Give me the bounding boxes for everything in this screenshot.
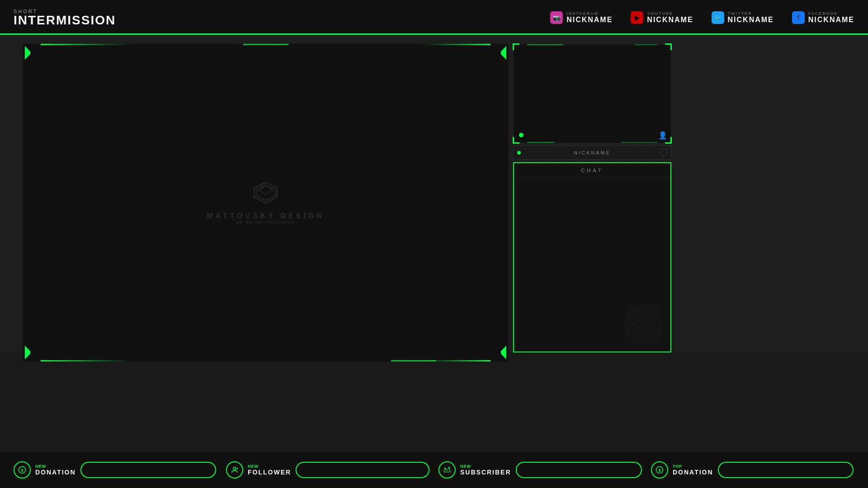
- camera-corner-tl: [513, 43, 519, 50]
- youtube-nickname: NICKNAME: [647, 16, 693, 24]
- cam-line-bottom2: [621, 142, 657, 143]
- twitter-platform-label: TWITTER: [728, 11, 774, 16]
- cam-line-bottom: [527, 142, 554, 143]
- video-area: MATTOVSKY DESIGN BE.NET/MATTOVSKYY: [23, 44, 509, 361]
- bottom-bar: $ NEW DONATION NEW FOLLOWER: [0, 452, 868, 488]
- subscriber-icon-circle: [439, 461, 456, 479]
- donation-new-label: NEW: [35, 464, 76, 469]
- cam-line-top2: [635, 44, 657, 45]
- follower-input: [296, 462, 429, 478]
- watermark-logo-icon: [252, 181, 279, 209]
- intermission-label: INTERMISSION: [14, 14, 116, 27]
- svg-line-5: [266, 190, 273, 195]
- camera-corner-tr: [665, 43, 672, 50]
- follower-label: NEW FOLLOWER: [248, 464, 291, 476]
- youtube-icon: ▶: [631, 11, 643, 24]
- person-icon: [231, 466, 239, 474]
- follower-type-label: FOLLOWER: [248, 469, 291, 476]
- right-panel: 👤 NICKNAME CHAT: [509, 35, 868, 352]
- follower-icon-circle: [226, 461, 243, 479]
- chat-box: CHAT: [513, 162, 671, 352]
- top-donation-input: [718, 462, 854, 478]
- cam-line-top: [527, 44, 563, 45]
- bottom-item-donation: $ NEW DONATION: [14, 461, 217, 479]
- svg-text:$: $: [658, 468, 660, 473]
- svg-marker-1: [257, 185, 275, 200]
- frame-line-bottom-right: [423, 360, 491, 361]
- watermark-subtext: BE.NET/MATTOVSKYY: [236, 220, 295, 224]
- svg-point-8: [233, 467, 236, 470]
- bottom-item-top-donation: $ TOP DONATION: [651, 461, 854, 479]
- top-donation-type-label: DONATION: [673, 469, 713, 476]
- frame-line-top-right: [423, 44, 491, 45]
- twitter-icon: 🐦: [712, 11, 724, 24]
- instagram-icon: 📷: [550, 11, 563, 24]
- facebook-nickname: NICKNAME: [808, 16, 854, 24]
- twitter-nickname: NICKNAME: [728, 16, 774, 24]
- top-donation-new-label: TOP: [673, 464, 713, 469]
- chat-header: CHAT: [514, 163, 670, 178]
- chat-content: [514, 178, 670, 352]
- top-donation-label: TOP DONATION: [673, 464, 713, 476]
- social-twitter: 🐦 TWITTER NICKNAME: [712, 11, 774, 24]
- corner-arrow-br: [501, 346, 506, 359]
- nickname-bar-text: NICKNAME: [574, 150, 611, 155]
- social-links: 📷 INSTAGRAM NICKNAME ▶ YOUTUBE NICKNAME …: [550, 11, 854, 24]
- frame-line-top-left: [41, 44, 131, 45]
- donation-type-label: DONATION: [35, 469, 76, 476]
- crown-icon: [443, 466, 451, 474]
- nickname-bar: NICKNAME: [513, 145, 671, 160]
- follower-new-label: NEW: [248, 464, 291, 469]
- cam-person-icon: 👤: [658, 131, 666, 139]
- subscriber-label: NEW SUBSCRIBER: [460, 464, 511, 476]
- watermark: MATTOVSKY DESIGN BE.NET/MATTOVSKYY: [207, 181, 324, 224]
- corner-arrow-tr: [501, 46, 506, 60]
- dollar-icon: $: [18, 466, 26, 474]
- social-facebook: f FACEBOOK NICKNAME: [792, 11, 854, 24]
- social-instagram: 📷 INSTAGRAM NICKNAME: [550, 11, 613, 24]
- frame-line-bottom-left: [41, 360, 131, 361]
- donation-icon-circle: $: [14, 461, 31, 479]
- frame-line-top-center: [243, 44, 288, 45]
- stream-title: SHORT INTERMISSION: [14, 9, 116, 27]
- header-bar: SHORT INTERMISSION 📷 INSTAGRAM NICKNAME …: [0, 0, 868, 35]
- instagram-nickname: NICKNAME: [566, 16, 613, 24]
- corner-arrow-tl: [25, 46, 30, 60]
- subscriber-input: [516, 462, 642, 478]
- donation-label: NEW DONATION: [35, 464, 76, 476]
- facebook-icon: f: [792, 11, 805, 24]
- bottom-item-follower: NEW FOLLOWER: [226, 461, 429, 479]
- cam-status-dot: [519, 133, 524, 137]
- top-dollar-icon: $: [656, 466, 664, 474]
- social-youtube: ▶ YOUTUBE NICKNAME: [631, 11, 693, 24]
- camera-corner-bl: [513, 137, 519, 144]
- youtube-platform-label: YOUTUBE: [647, 11, 693, 16]
- bottom-item-subscriber: NEW SUBSCRIBER: [439, 461, 642, 479]
- chat-label: CHAT: [581, 168, 603, 173]
- camera-box: 👤: [513, 44, 671, 143]
- instagram-platform-label: INSTAGRAM: [566, 11, 613, 16]
- donation-input: [80, 462, 216, 478]
- svg-point-12: [448, 467, 450, 468]
- subscriber-type-label: SUBSCRIBER: [460, 469, 511, 476]
- watermark-text: MATTOVSKY DESIGN: [207, 211, 324, 220]
- top-donation-icon-circle: $: [651, 461, 668, 479]
- corner-arrow-bl: [25, 346, 30, 359]
- facebook-platform-label: FACEBOOK: [808, 11, 854, 16]
- svg-text:$: $: [21, 468, 23, 473]
- svg-point-11: [444, 468, 446, 469]
- subscriber-new-label: NEW: [460, 464, 511, 469]
- main-area: MATTOVSKY DESIGN BE.NET/MATTOVSKYY 👤 NIC…: [0, 35, 868, 352]
- svg-line-4: [259, 190, 266, 195]
